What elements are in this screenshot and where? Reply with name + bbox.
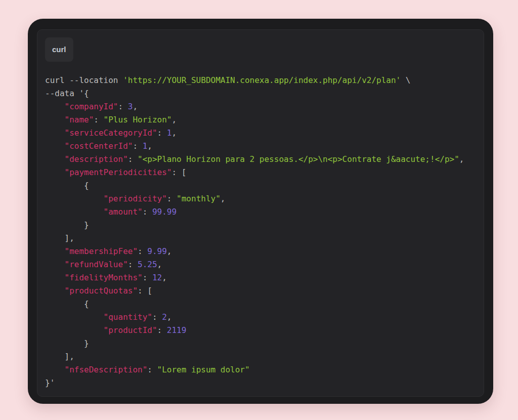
code-line: "companyId": 3, [45, 100, 476, 113]
code-line: "amount": 99.99 [45, 205, 476, 219]
code-token-p: curl --location [45, 75, 123, 85]
code-line: "refundValue": 5.25, [45, 258, 476, 271]
code-token-k: "nfseDescription" [65, 365, 148, 374]
code-token-p: : [147, 365, 157, 374]
code-token-n: 12 [152, 273, 162, 282]
code-token-p [45, 167, 65, 177]
code-token-p: , [157, 260, 162, 269]
code-token-p: , [167, 312, 172, 322]
code-token-n: 3 [128, 102, 133, 111]
code-token-p [45, 194, 104, 203]
code-token-p [45, 141, 65, 151]
code-token-p [45, 115, 65, 124]
code-token-p [45, 246, 65, 256]
code-token-p [45, 325, 104, 335]
code-token-n: 99.99 [152, 207, 177, 217]
code-token-k: "costCenterId" [65, 141, 133, 151]
code-token-p: , [167, 246, 172, 256]
code-token-s: "<p>Plano Horizon para 2 pessoas.</p>\n<… [138, 154, 459, 164]
code-line: } [45, 219, 476, 232]
code-token-k: "fidelityMonths" [65, 273, 143, 282]
code-token-p: : [118, 102, 128, 111]
code-token-p [45, 260, 65, 269]
code-token-p: : [ [171, 167, 186, 177]
code-line: "productQuotas": [ [45, 284, 476, 298]
code-token-k: "serviceCategoryId" [65, 128, 157, 138]
code-token-p: , [162, 273, 167, 282]
code-token-p: --data '{ [45, 89, 89, 98]
code-token-p: , [147, 141, 152, 151]
code-line: "nfseDescription": "Lorem ipsum dolor" [45, 363, 476, 376]
code-token-p: : [157, 128, 167, 138]
code-line: "membershipFee": 9.99, [45, 245, 476, 258]
code-token-k: "refundValue" [65, 260, 128, 269]
code-token-p: : [167, 194, 177, 203]
code-token-p: : [133, 141, 142, 151]
code-token-p [45, 286, 65, 296]
code-token-k: "membershipFee" [65, 246, 138, 256]
code-token-p: ], [45, 233, 74, 243]
code-token-p: : [128, 154, 138, 164]
tab-curl[interactable]: curl [45, 37, 73, 62]
code-token-p: : [143, 273, 152, 282]
code-line: "serviceCategoryId": 1, [45, 127, 476, 140]
code-token-k: "quantity" [104, 312, 152, 322]
code-token-p [45, 154, 65, 164]
code-token-k: "productQuotas" [65, 286, 138, 296]
code-token-p: , [133, 102, 138, 111]
code-line: }' [45, 376, 476, 390]
code-token-p: }' [45, 378, 55, 388]
code-token-n: 5.25 [138, 260, 157, 269]
code-token-p: } [45, 220, 89, 230]
code-line: ], [45, 232, 476, 245]
code-line: "description": "<p>Plano Horizon para 2 … [45, 153, 476, 166]
code-token-p: : [ [138, 286, 152, 296]
code-token-n: 2119 [167, 325, 187, 335]
code-token-p: , [171, 115, 177, 124]
code-token-p: : [128, 260, 138, 269]
code-token-s: 'https://YOUR_SUBDOMAIN.conexa.app/index… [123, 75, 401, 85]
code-line: "paymentPeriodicities": [ [45, 166, 476, 179]
code-token-p: : [152, 312, 162, 322]
code-token-p: \ [401, 75, 410, 85]
code-token-p: : [94, 115, 103, 124]
code-token-p [45, 128, 65, 138]
code-token-p: : [138, 246, 147, 256]
code-token-n: 9.99 [147, 246, 167, 256]
code-token-p: , [221, 194, 226, 203]
code-token-p [45, 365, 65, 374]
code-line: curl --location 'https://YOUR_SUBDOMAIN.… [45, 74, 476, 87]
code-token-k: "periodicity" [104, 194, 167, 203]
code-token-k: "name" [65, 115, 94, 124]
code-line: "costCenterId": 1, [45, 140, 476, 153]
code-line: { [45, 179, 476, 192]
code-line: "name": "Plus Horizon", [45, 113, 476, 127]
code-line: ], [45, 350, 476, 363]
code-card: curl curl --location 'https://YOUR_SUBDO… [28, 19, 493, 404]
code-token-p: { [45, 181, 89, 190]
code-token-p [45, 102, 65, 111]
code-token-n: 1 [143, 141, 148, 151]
code-line: "fidelityMonths": 12, [45, 271, 476, 284]
code-line: --data '{ [45, 87, 476, 100]
code-token-p: , [171, 128, 177, 138]
code-token-p [45, 207, 104, 217]
code-line: "quantity": 2, [45, 311, 476, 324]
code-token-n: 2 [162, 312, 167, 322]
code-token-p: { [45, 299, 89, 309]
code-token-k: "paymentPeriodicities" [65, 167, 172, 177]
code-token-p: : [143, 207, 152, 217]
code-panel: curl curl --location 'https://YOUR_SUBDO… [37, 29, 484, 397]
code-token-k: "description" [65, 154, 128, 164]
page-background: { "theme": { "page_bg": "#f8dee0", "card… [0, 0, 518, 420]
code-token-p [45, 312, 104, 322]
code-token-k: "companyId" [65, 102, 118, 111]
code-token-k: "amount" [104, 207, 143, 217]
code-line: } [45, 337, 476, 350]
code-token-p: , [459, 154, 464, 164]
code-token-p: } [45, 339, 89, 348]
code-token-p [45, 273, 65, 282]
code-token-p: : [157, 325, 167, 335]
code-token-s: "Plus Horizon" [104, 115, 172, 124]
code-line: "productId": 2119 [45, 324, 476, 337]
